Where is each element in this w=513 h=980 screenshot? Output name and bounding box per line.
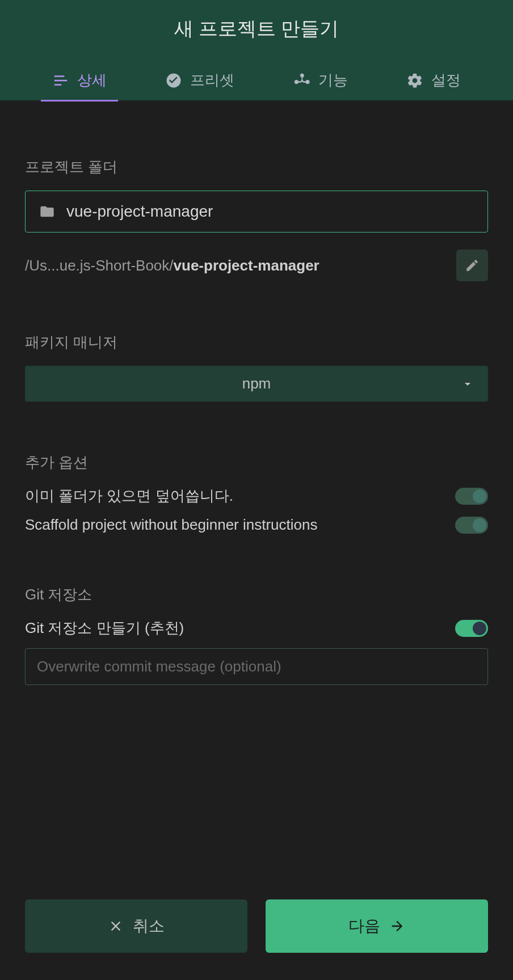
merge-icon <box>293 72 310 89</box>
option-git-init: Git 저장소 만들기 (추천) <box>25 618 488 638</box>
select-value: npm <box>242 375 271 392</box>
option-label: 이미 폴더가 있으면 덮어씁니다. <box>25 486 233 506</box>
path-text: /Us...ue.js-Short-Book/vue-project-manag… <box>25 257 447 274</box>
path-row: /Us...ue.js-Short-Book/vue-project-manag… <box>25 250 488 281</box>
chevron-down-icon <box>461 377 474 391</box>
tab-label: 프리셋 <box>190 70 234 90</box>
folder-input-wrapper[interactable] <box>25 191 488 233</box>
section-package-manager: 패키지 매니저 npm <box>25 332 488 402</box>
tab-preset[interactable]: 프리셋 <box>154 60 246 100</box>
list-icon <box>52 72 69 89</box>
folder-icon <box>39 204 55 219</box>
commit-input-wrapper[interactable] <box>25 648 488 685</box>
tab-settings[interactable]: 설정 <box>395 60 472 100</box>
tab-label: 기능 <box>318 70 348 90</box>
cancel-label: 취소 <box>133 915 165 937</box>
option-label: Scaffold project without beginner instru… <box>25 516 317 534</box>
option-overwrite: 이미 폴더가 있으면 덮어씁니다. <box>25 486 488 506</box>
toggle-overwrite[interactable] <box>455 488 488 505</box>
tab-features[interactable]: 기능 <box>282 60 359 100</box>
option-scaffold: Scaffold project without beginner instru… <box>25 516 488 534</box>
next-button[interactable]: 다음 <box>266 899 488 953</box>
section-options: 추가 옵션 이미 폴더가 있으면 덮어씁니다. Scaffold project… <box>25 453 488 534</box>
git-label: Git 저장소 <box>25 585 488 605</box>
close-icon <box>108 918 124 934</box>
toggle-scaffold[interactable] <box>455 517 488 534</box>
edit-path-button[interactable] <box>456 250 488 281</box>
options-label: 추가 옵션 <box>25 453 488 472</box>
commit-message-input[interactable] <box>37 658 476 675</box>
folder-label: 프로젝트 폴더 <box>25 157 488 177</box>
tabs: 상세 프리셋 기능 설정 <box>0 60 513 100</box>
gear-icon <box>406 72 423 89</box>
page-title: 새 프로젝트 만들기 <box>0 16 513 60</box>
pencil-icon <box>465 258 480 273</box>
section-git: Git 저장소 Git 저장소 만들기 (추천) <box>25 585 488 685</box>
toggle-git-init[interactable] <box>455 620 488 637</box>
toggle-knob <box>473 518 486 532</box>
tab-details[interactable]: 상세 <box>41 60 118 100</box>
check-circle-icon <box>165 72 182 89</box>
tab-label: 설정 <box>431 70 461 90</box>
package-manager-label: 패키지 매니저 <box>25 332 488 352</box>
next-label: 다음 <box>348 915 380 937</box>
cancel-button[interactable]: 취소 <box>25 899 247 953</box>
package-manager-select[interactable]: npm <box>25 366 488 402</box>
footer: 취소 다음 <box>0 899 513 980</box>
toggle-knob <box>473 489 486 503</box>
folder-input[interactable] <box>66 202 474 221</box>
header: 새 프로젝트 만들기 상세 프리셋 기능 설정 <box>0 0 513 100</box>
content: 프로젝트 폴더 /Us...ue.js-Short-Book/vue-proje… <box>0 100 513 899</box>
toggle-knob <box>473 622 486 635</box>
tab-label: 상세 <box>77 70 107 90</box>
section-folder: 프로젝트 폴더 /Us...ue.js-Short-Book/vue-proje… <box>25 157 488 281</box>
git-toggle-label: Git 저장소 만들기 (추천) <box>25 618 184 638</box>
arrow-right-icon <box>389 918 405 934</box>
